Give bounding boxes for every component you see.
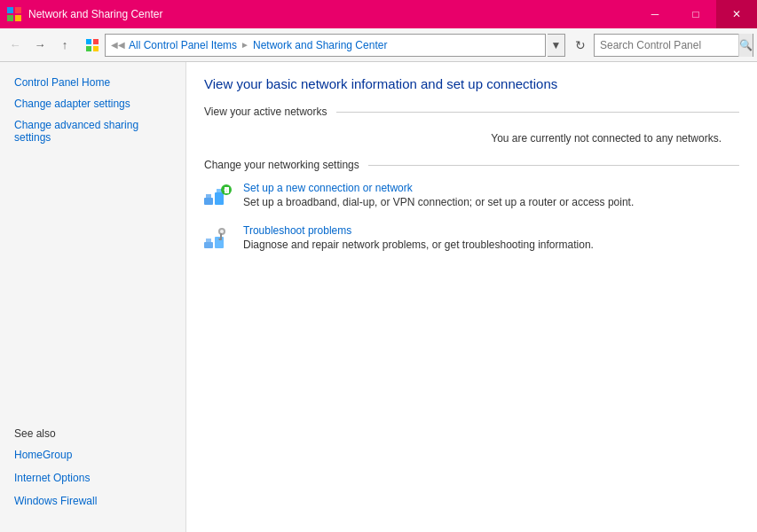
breadcrumb-sep: ◀◀ [111, 40, 125, 50]
title-bar-controls: ─ □ ✕ [635, 0, 757, 28]
homegroup-link[interactable]: HomeGroup [14, 445, 171, 465]
svg-rect-3 [15, 15, 21, 21]
svg-point-23 [220, 230, 224, 233]
change-networking-divider [368, 165, 739, 166]
change-networking-label: Change your networking settings [204, 159, 359, 171]
minimize-button[interactable]: ─ [635, 0, 675, 28]
svg-rect-1 [15, 7, 21, 13]
address-path[interactable]: ◀◀ All Control Panel Items ► Network and… [105, 34, 546, 57]
svg-rect-7 [93, 46, 99, 51]
setup-connection-desc: Set up a broadband, dial-up, or VPN conn… [243, 196, 634, 208]
troubleshoot-link[interactable]: Troubleshoot problems [243, 224, 594, 237]
troubleshoot-desc: Diagnose and repair network problems, or… [243, 239, 594, 251]
sidebar: Control Panel Home Change adapter settin… [0, 62, 186, 532]
setup-connection-text: Set up a new connection or network Set u… [243, 182, 634, 208]
change-adapter-settings-link[interactable]: Change adapter settings [0, 94, 185, 113]
address-dropdown-button[interactable]: ▼ [548, 34, 565, 57]
active-networks-label: View your active networks [204, 106, 327, 118]
address-bar: ← → ↑ ◀◀ All Control Panel Items ► Netwo… [0, 28, 757, 62]
active-networks-divider [336, 112, 739, 113]
setup-connection-icon [204, 182, 233, 210]
breadcrumb-network-sharing[interactable]: Network and Sharing Center [253, 39, 387, 51]
networking-items: Set up a new connection or network Set u… [204, 182, 739, 253]
svg-rect-21 [215, 237, 224, 248]
page-title: View your basic network information and … [204, 76, 739, 91]
active-networks-header: View your active networks [204, 106, 739, 118]
control-panel-home-link[interactable]: Control Panel Home [0, 73, 185, 92]
content-area: View your basic network information and … [186, 62, 757, 532]
breadcrumb-all-control-panel[interactable]: All Control Panel Items [129, 39, 237, 51]
search-button[interactable]: 🔍 [738, 34, 753, 57]
svg-rect-0 [7, 7, 13, 13]
svg-rect-10 [215, 192, 224, 205]
svg-rect-2 [7, 15, 13, 21]
main-layout: Control Panel Home Change adapter settin… [0, 62, 757, 532]
forward-button[interactable]: → [28, 34, 51, 57]
window-title: Network and Sharing Center [28, 8, 162, 20]
title-bar: Network and Sharing Center ─ □ ✕ [0, 0, 757, 28]
no-network-message: You are currently not connected to any n… [204, 125, 739, 159]
back-button[interactable]: ← [4, 34, 27, 57]
close-button[interactable]: ✕ [716, 0, 757, 28]
change-networking-header: Change your networking settings [204, 159, 739, 171]
troubleshoot-icon [204, 224, 233, 253]
sidebar-bottom: See also HomeGroup Internet Options Wind… [0, 417, 185, 521]
internet-options-link[interactable]: Internet Options [14, 468, 171, 488]
setup-connection-item: Set up a new connection or network Set u… [204, 182, 739, 210]
refresh-button[interactable]: ↻ [569, 34, 592, 57]
maximize-button[interactable]: □ [675, 0, 716, 28]
svg-rect-20 [206, 239, 211, 242]
troubleshoot-item: Troubleshoot problems Diagnose and repai… [204, 224, 739, 253]
search-input[interactable] [595, 39, 738, 51]
app-icon [7, 7, 21, 21]
change-advanced-sharing-link[interactable]: Change advanced sharing settings [0, 115, 185, 147]
breadcrumb-separator-1: ► [241, 40, 249, 50]
troubleshoot-text: Troubleshoot problems Diagnose and repai… [243, 224, 594, 251]
path-icon [85, 38, 99, 52]
see-also-label: See also [14, 427, 171, 440]
svg-rect-19 [204, 242, 213, 248]
svg-rect-5 [93, 39, 99, 44]
svg-rect-4 [86, 39, 91, 44]
sidebar-top: Control Panel Home Change adapter settin… [0, 73, 185, 147]
see-also-links: HomeGroup Internet Options Windows Firew… [14, 445, 171, 511]
up-button[interactable]: ↑ [53, 34, 76, 57]
svg-rect-9 [206, 194, 211, 198]
setup-connection-link[interactable]: Set up a new connection or network [243, 182, 634, 194]
svg-rect-8 [204, 198, 213, 205]
title-bar-left: Network and Sharing Center [7, 7, 162, 21]
search-box: 🔍 [594, 34, 753, 57]
svg-rect-18 [225, 188, 227, 192]
svg-rect-6 [86, 46, 91, 51]
windows-firewall-link[interactable]: Windows Firewall [14, 491, 171, 511]
